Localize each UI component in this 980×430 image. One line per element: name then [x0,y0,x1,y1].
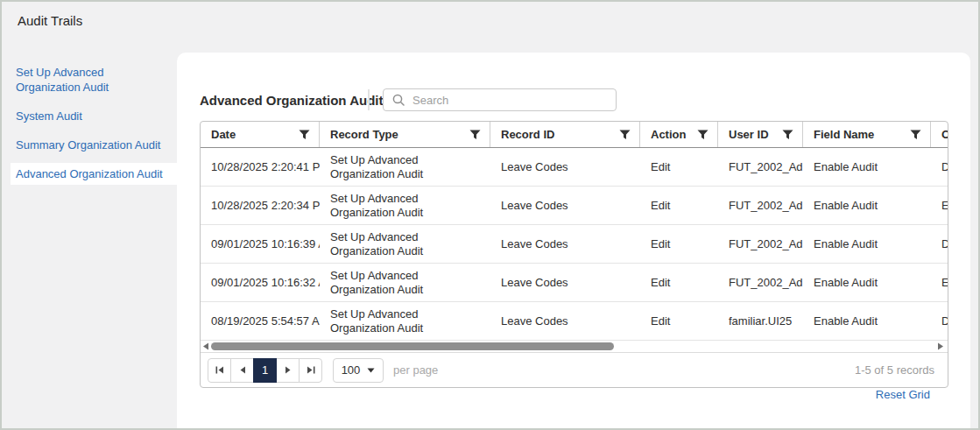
table-header-row: Date Record Type Record ID Action User I… [201,122,948,148]
cell-date: 10/28/2025 2:20:41 PM [201,148,320,186]
column-header-old-value[interactable]: Old [931,122,948,147]
search-box [383,88,617,111]
cell-field-name: Enable Audit [803,187,931,224]
column-header-date[interactable]: Date [201,122,320,147]
column-label: Date [211,128,236,141]
column-label: Record ID [501,128,554,141]
per-page-label: per page [393,363,438,377]
cell-old-value: Disa [931,302,948,340]
sidebar-item-setup-advanced-organization-audit[interactable]: Set Up Advanced Organization Audit [2,61,168,98]
cell-action: Edit [640,225,718,263]
audit-table: Date Record Type Record ID Action User I… [200,121,948,388]
cell-user-id: familiar.UI25 [718,302,803,340]
cell-record-id: Leave Codes [490,302,640,340]
cell-date: 09/01/2025 10:16:32 AM [201,264,320,301]
next-page-button[interactable] [276,358,300,383]
last-page-button[interactable] [299,358,322,383]
cell-action: Edit [640,264,718,301]
filter-icon[interactable] [619,130,631,140]
reset-grid-link[interactable]: Reset Grid [876,388,930,401]
first-page-icon [215,366,224,374]
cell-record-type: Set Up Advanced Organization Audit [320,302,490,340]
scrollbar-thumb[interactable] [211,342,614,350]
cell-old-value: Disa [931,225,948,263]
cell-field-name: Enable Audit [803,225,931,263]
cell-record-id: Leave Codes [490,225,640,263]
cell-old-value: Ena [931,264,948,301]
cell-record-type: Set Up Advanced Organization Audit [320,187,490,224]
column-header-field-name[interactable]: Field Name [803,122,931,147]
title-divider [368,89,370,110]
cell-field-name: Enable Audit [803,264,931,301]
cell-user-id: FUT_2002_Ad... [718,187,803,224]
page-size-select[interactable]: 100 [333,358,384,383]
search-icon [392,94,405,106]
panel-title: Advanced Organization Audit [200,93,383,108]
table-row[interactable]: 09/01/2025 10:16:39 AM Set Up Advanced O… [201,225,948,264]
main-panel: Advanced Organization Audit Date Record … [177,53,970,428]
sidebar: Set Up Advanced Organization Audit Syste… [2,53,177,428]
cell-user-id: FUT_2002_Ad... [718,264,803,301]
record-count-label: 1-5 of 5 records [855,363,934,377]
sidebar-item-summary-organization-audit[interactable]: Summary Organization Audit [2,134,177,156]
previous-page-button[interactable] [230,358,254,383]
cell-date: 08/19/2025 5:54:57 AM [201,302,320,340]
scroll-right-icon[interactable] [937,342,944,350]
column-label: Old [941,128,948,141]
chevron-down-icon [367,368,375,373]
cell-action: Edit [640,187,718,224]
column-label: User ID [729,128,769,141]
table-row[interactable]: 09/01/2025 10:16:32 AM Set Up Advanced O… [201,264,948,302]
cell-old-value: Disa [931,148,948,186]
cell-user-id: FUT_2002_Ad... [718,148,803,186]
cell-date: 10/28/2025 2:20:34 PM [201,187,320,224]
filter-icon[interactable] [782,130,793,140]
cell-action: Edit [640,148,718,186]
column-header-record-type[interactable]: Record Type [320,122,490,147]
cell-user-id: FUT_2002_Ad... [718,225,803,263]
table-row[interactable]: 08/19/2025 5:54:57 AM Set Up Advanced Or… [201,302,948,341]
filter-icon[interactable] [299,130,310,140]
table-row[interactable]: 10/28/2025 2:20:34 PM Set Up Advanced Or… [201,187,948,225]
last-page-icon [307,366,315,374]
column-label: Action [651,128,686,141]
column-header-user-id[interactable]: User ID [718,122,803,147]
first-page-button[interactable] [208,358,231,383]
cell-record-id: Leave Codes [490,264,640,301]
sidebar-item-advanced-organization-audit[interactable]: Advanced Organization Audit [11,163,177,185]
cell-old-value: Ena [931,187,948,224]
cell-record-id: Leave Codes [490,187,640,224]
filter-icon[interactable] [910,130,921,140]
scroll-left-icon[interactable] [202,342,209,350]
page-number-button[interactable]: 1 [253,358,277,383]
column-label: Field Name [814,128,874,141]
cell-date: 09/01/2025 10:16:39 AM [201,225,320,263]
table-row[interactable]: 10/28/2025 2:20:41 PM Set Up Advanced Or… [201,148,948,187]
cell-record-type: Set Up Advanced Organization Audit [320,264,490,301]
cell-action: Edit [640,302,718,340]
cell-record-id: Leave Codes [490,148,640,186]
pagination-bar: 1 100 per page 1-5 of 5 records [201,352,948,387]
column-header-record-id[interactable]: Record ID [490,122,640,147]
filter-icon[interactable] [469,130,481,140]
cell-record-type: Set Up Advanced Organization Audit [320,225,490,263]
cell-field-name: Enable Audit [803,302,931,340]
page-size-value: 100 [342,363,361,377]
column-header-action[interactable]: Action [640,122,718,147]
previous-page-icon [239,366,246,374]
column-label: Record Type [330,128,398,141]
pagination-button-group: 1 [208,358,322,383]
horizontal-scrollbar [201,341,948,352]
next-page-icon [285,366,292,374]
page-title: Audit Trails [18,13,82,28]
cell-record-type: Set Up Advanced Organization Audit [320,148,490,186]
sidebar-item-system-audit[interactable]: System Audit [2,105,177,127]
search-input[interactable] [412,94,609,107]
filter-icon[interactable] [697,130,709,140]
cell-field-name: Enable Audit [803,148,931,186]
